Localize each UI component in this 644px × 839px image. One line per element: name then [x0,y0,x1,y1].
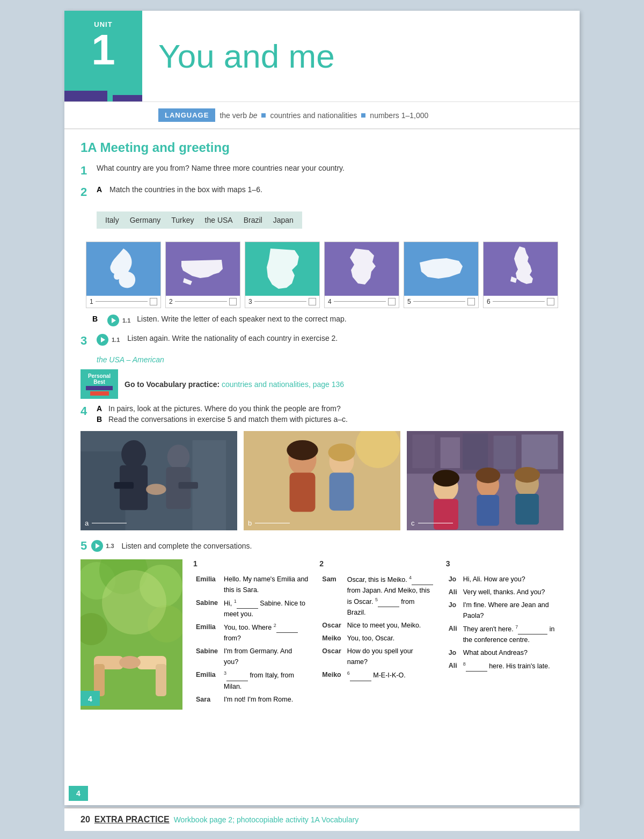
ex4a-row: A In pairs, look at the pictures. Where … [97,404,348,413]
conv1-speaker-sabine1: Sabine [194,597,221,620]
exercise-4: 4 A In pairs, look at the pictures. Wher… [80,404,564,424]
photo-b-label: b [248,519,252,527]
photo-a-line [92,523,127,523]
personal-best-row: Personal Best Go to Vocabulary practice:… [80,369,564,399]
footer-page-num: 20 [80,815,90,825]
ex2-letter-a: A [97,185,105,194]
svg-point-3 [121,440,146,468]
ex3-text: Listen again. Write the nationality of e… [127,334,564,342]
conv1-text-5: 3 from Italy, from Milan. [222,669,310,692]
conv2-table: Sam Oscar, this is Meiko. 4 from Japan. … [319,572,437,682]
play-button-1[interactable] [107,315,119,326]
lang-item-2: countries and nationalities [270,111,357,120]
conv3-line-3: Jo I'm fine. Where are Jean and Paola? [447,599,562,622]
svg-point-33 [514,467,540,483]
conv1-text-1: Hello. My name's Emilia and this is Sara… [222,573,310,596]
lang-dot-2 [361,113,365,118]
track-num-1: 1.1 [122,317,130,324]
conv2-line-1: Sam Oscar, this is Meiko. 4 from Japan. … [320,573,436,618]
conv3-speaker-ali3: Ali [447,660,460,672]
page-title: You and me [158,37,335,75]
conv3-speaker-jo2: Jo [447,599,460,622]
svg-rect-13 [290,473,316,512]
inner-page-num: 4 [69,786,88,801]
unit-box: UNIT 1 [64,11,142,101]
conv2-speaker-sam: Sam [320,573,344,618]
svg-rect-2 [80,451,125,530]
conv2-speaker-oscar1: Oscar [320,619,344,631]
conv3-text-2: Very well, thanks. And you? [462,586,562,598]
svg-rect-8 [179,482,199,489]
conv2-line-2: Oscar Nice to meet you, Meiko. [320,619,436,631]
exercise-1: 1 What country are you from? Name three … [80,164,564,178]
vocab-link-area: Go to Vocabulary practice: countries and… [125,380,344,389]
conv2-line-3: Meiko You, too, Oscar. [320,632,436,644]
ex2b-letter: B [92,315,101,323]
language-bar: LANGUAGE the verb be countries and natio… [64,102,580,129]
ex5-num: 5 [80,539,87,553]
exercise-3: 3 1.1 Listen again. Write the nationalit… [80,334,564,348]
pb-bar1 [86,386,113,390]
svg-rect-44 [156,664,166,696]
map-card-6: 6 [483,242,558,308]
map-card-4: 4 [324,242,399,308]
section-heading-text: 1A Meeting and greeting [80,140,230,155]
conv2-text-4: How do you spell your name? [346,645,436,668]
country-japan: Japan [273,216,294,224]
map-card-1: 1 [86,242,161,308]
svg-rect-16 [330,473,354,511]
conv1-title: 1 [193,559,311,568]
photo-card-a: a [80,431,237,530]
svg-rect-5 [114,482,134,489]
photo-b-line [255,523,290,523]
lang-item-3: numbers 1–1,000 [370,111,428,120]
handshake-col: 4 [80,559,182,710]
unit-decoration [64,83,142,101]
lang-dot-1 [261,113,266,118]
conv3-speaker-ali1: Ali [447,586,460,598]
svg-rect-22 [463,434,488,470]
conv1-text-4: I'm from Germany. And you? [222,645,310,668]
country-brazil: Brazil [244,216,262,224]
ex2b-audio[interactable]: 1.1 [107,315,130,326]
pb-text-bottom: Best [93,379,105,385]
vocab-link-href[interactable]: countries and nationalities, page 136 [222,380,344,389]
conv3-speaker-ali2: Ali [447,623,460,646]
ex4-num: 4 [80,404,92,418]
conv2-text-2: Nice to meet you, Meiko. [346,619,436,631]
conv1-line-6: Sara I'm not! I'm from Rome. [194,694,310,705]
ex4-text-b: Read the conversations in exercise 5 and… [108,415,348,424]
play-button-3[interactable] [91,540,103,552]
photo-card-b: b [244,431,400,530]
vocab-link-text: Go to Vocabulary practice: countries and… [125,380,344,389]
svg-point-45 [119,656,141,669]
photo-card-c: c [407,431,564,530]
country-usa: the USA [205,216,233,224]
lang-item-1: the verb be [219,111,257,120]
svg-point-30 [475,468,500,483]
svg-rect-24 [522,435,558,470]
exercise-5-header: 5 1.3 Listen and complete the conversati… [80,539,564,553]
conv2-speaker-meiko1: Meiko [320,632,344,644]
ex3-audio[interactable]: 1.1 [97,334,120,346]
ex5-audio[interactable]: 1.3 [91,540,114,552]
map-card-2: 2 [165,242,240,308]
conv3-line-6: Ali 8 here. His train's late. [447,660,562,672]
ex1-num: 1 [80,164,92,178]
conv2-text-3: You, too, Oscar. [346,632,436,644]
ex4-letter-a: A [97,404,105,413]
conv3-line-5: Jo What about Andreas? [447,647,562,659]
conv2-speaker-oscar2: Oscar [320,645,344,668]
conv3-text-4: They aren't here. 7 in the conference ce… [462,623,562,646]
ex4-content: A In pairs, look at the pictures. Where … [97,404,348,424]
ex1-text: What country are you from? Name three mo… [97,164,564,172]
ex5-text: Listen and complete the conversations. [122,542,564,550]
conv2-line-4: Oscar How do you spell your name? [320,645,436,668]
conv3-line-2: Ali Very well, thanks. And you? [447,586,562,598]
pb-text-top: Personal [88,373,111,379]
play-button-2[interactable] [97,334,108,346]
language-items: the verb be countries and nationalities … [219,111,428,120]
page: UNIT 1 You and me LANGUAGE the verb be c… [64,11,580,805]
svg-text:4: 4 [88,695,92,703]
conv1-speaker-emilia2: Emilia [194,621,221,644]
